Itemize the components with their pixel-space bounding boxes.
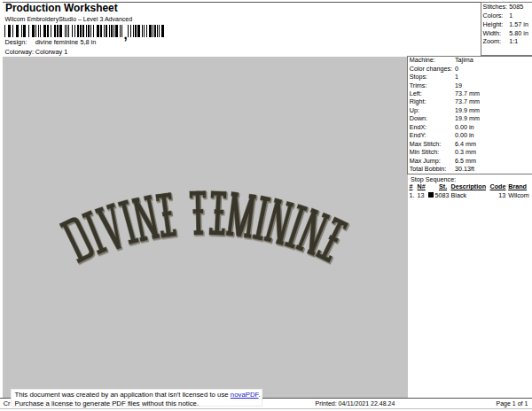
svg-text:,: , [123, 26, 127, 41]
